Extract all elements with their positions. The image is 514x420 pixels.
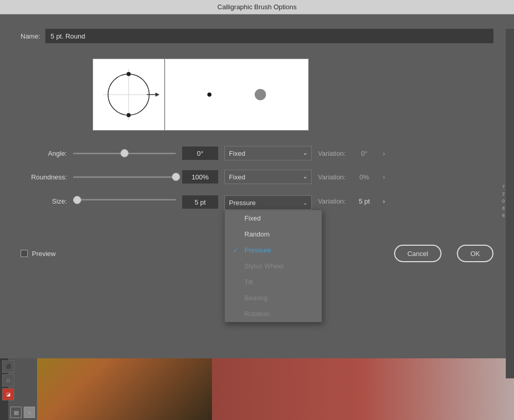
dropdown-item-fixed-label: Fixed [244,214,261,222]
size-dropdown-selected-text: Pressure [229,199,256,207]
dropdown-item-bearing-label: Bearing [244,294,268,302]
dropdown-item-tilt[interactable]: Tilt [225,274,322,290]
roundness-dropdown[interactable]: Fixed Random Pressure Stylus Wheel Tilt … [224,170,312,184]
dropdown-item-rotation[interactable]: Rotation [225,306,322,322]
ruler-num-721: 2 [502,190,505,197]
name-row: Name: [0,14,514,53]
size-label: Size: [21,197,67,205]
size-slider-thumb[interactable] [73,196,81,204]
dropdown-item-random[interactable]: Random [225,226,322,242]
size-variation-group: Variation: 5 pt › [318,197,385,205]
pressure-checkmark: ✓ [233,247,240,254]
brush-preview [165,59,309,131]
dropdown-item-bearing[interactable]: Bearing [225,290,322,306]
size-row: Size: Pressure ⌄ Fixed Ra [21,193,493,210]
svg-point-5 [127,72,131,76]
roundness-variation-label: Variation: [318,173,346,181]
tool-icon-1[interactable]: ▤ [10,407,22,418]
canvas-artwork-left [37,358,212,420]
dropdown-item-stylus-wheel-label: Stylus Wheel [244,262,283,270]
ruler-num-720: 7 [502,183,505,190]
preview-checkbox[interactable] [21,250,28,257]
svg-marker-4 [155,93,159,97]
name-label: Name: [21,32,40,40]
size-dropdown-chevron: ⌄ [303,200,307,206]
left-toolbar: ⬛ □ ◪ [0,358,8,420]
tool-icon-2[interactable]: ○ [24,407,35,418]
dialog-title: Calligraphic Brush Options [218,3,297,11]
roundness-label: Roundness: [21,173,67,181]
dropdown-item-rotation-label: Rotation [244,310,269,318]
cancel-button[interactable]: Cancel [394,245,441,262]
size-dropdown-open-wrapper: Pressure ⌄ Fixed Random ✓ Pressure [224,195,312,210]
dropdown-item-stylus-wheel[interactable]: Stylus Wheel [225,258,322,274]
svg-point-6 [127,113,131,117]
dropdown-item-pressure[interactable]: ✓ Pressure [225,242,322,258]
size-slider-track[interactable] [73,199,176,200]
angle-dropdown[interactable]: Fixed Random Pressure Stylus Wheel Tilt … [224,146,312,160]
angle-variation-arrow: › [383,150,385,157]
roundness-variation-group: Variation: 0% › [318,173,385,181]
brush-preview-dot-small [207,93,211,97]
angle-dropdown-wrapper: Fixed Random Pressure Stylus Wheel Tilt … [224,146,312,160]
roundness-dropdown-wrapper: Fixed Random Pressure Stylus Wheel Tilt … [224,170,312,184]
angle-variation-value: 0° [349,150,380,157]
dropdown-item-pressure-label: Pressure [244,246,271,254]
preview-checkbox-label[interactable]: Preview [21,250,56,258]
preview-label: Preview [32,250,56,258]
size-variation-value: 5 pt [349,197,380,205]
angle-row: Angle: Fixed Random Pressure Stylus Whee… [21,146,493,160]
size-variation-label: Variation: [318,197,346,205]
roundness-row: Roundness: Fixed Random Pressure Stylus … [21,170,493,184]
controls-area: Angle: Fixed Random Pressure Stylus Whee… [0,141,514,224]
angle-variation-group: Variation: 0° › [318,150,385,157]
bottom-tools: ▤ ○ [8,358,37,420]
angle-slider-thumb[interactable] [120,149,129,157]
title-bar: Calligraphic Brush Options [0,0,514,14]
roundness-variation-arrow: › [383,173,385,181]
dialog-body: Name: Angle: [0,14,514,420]
roundness-variation-value: 0% [349,173,380,181]
dropdown-item-tilt-label: Tilt [244,278,253,286]
roundness-slider-track[interactable] [73,176,176,178]
brush-preview-dot-large [255,89,266,100]
angle-label: Angle: [21,150,67,157]
ruler-right: 7 2 0 8 6 [506,29,514,378]
dropdown-item-random-label: Random [244,230,270,238]
name-input[interactable] [45,29,493,43]
ruler-num-780: 8 [502,205,505,212]
angle-value-input[interactable] [182,147,218,160]
brush-diagram [93,59,165,131]
brush-diagram-svg [98,64,159,125]
ruler-num-722: 0 [502,197,505,205]
canvas-background: ⬛ □ ◪ ▤ ○ [0,358,514,420]
roundness-value-input[interactable] [182,170,218,184]
size-variation-arrow: › [383,197,385,205]
angle-slider-track[interactable] [73,153,176,154]
canvas-artwork-right [212,358,514,420]
size-dropdown-menu: Fixed Random ✓ Pressure Stylus Wheel [224,210,322,322]
ruler-num-781: 6 [502,212,505,219]
roundness-slider-thumb[interactable] [172,173,180,181]
ruler-numbers: 7 2 0 8 6 [502,183,505,219]
ok-button[interactable]: OK [457,245,493,262]
dropdown-item-fixed[interactable]: Fixed [225,210,322,226]
preview-area [0,53,514,141]
size-value-input[interactable] [182,195,218,209]
size-dropdown-selected[interactable]: Pressure ⌄ [224,195,312,210]
angle-variation-label: Variation: [318,150,346,157]
